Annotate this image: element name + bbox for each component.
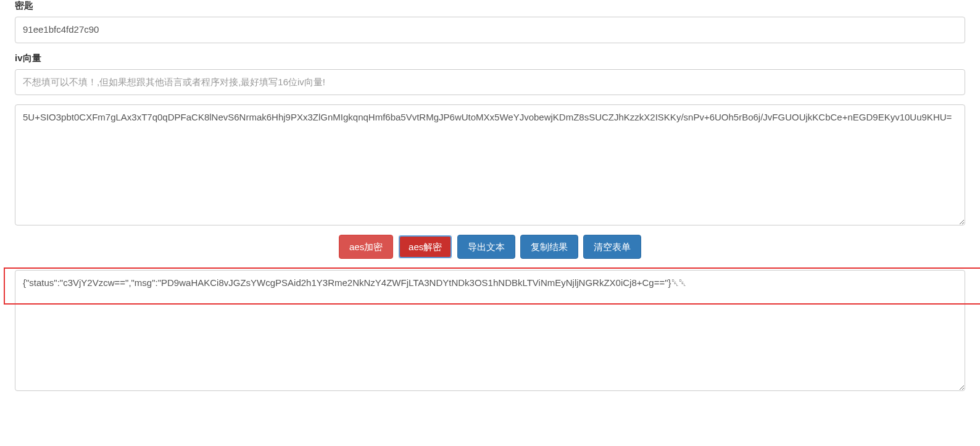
copy-result-button[interactable]: 复制结果 — [520, 235, 578, 259]
button-row: aes加密 aes解密 导出文本 复制结果 清空表单 — [15, 235, 965, 259]
aes-encrypt-button[interactable]: aes加密 — [339, 235, 393, 259]
export-text-button[interactable]: 导出文本 — [457, 235, 515, 259]
iv-input[interactable] — [15, 69, 965, 96]
iv-label: iv向量 — [15, 53, 965, 64]
aes-decrypt-button[interactable]: aes解密 — [398, 235, 452, 259]
output-textarea[interactable] — [15, 270, 965, 391]
key-input[interactable] — [15, 17, 965, 43]
input-textarea[interactable] — [15, 104, 965, 225]
clear-form-button[interactable]: 清空表单 — [583, 235, 641, 259]
key-label: 密匙 — [15, 0, 965, 12]
